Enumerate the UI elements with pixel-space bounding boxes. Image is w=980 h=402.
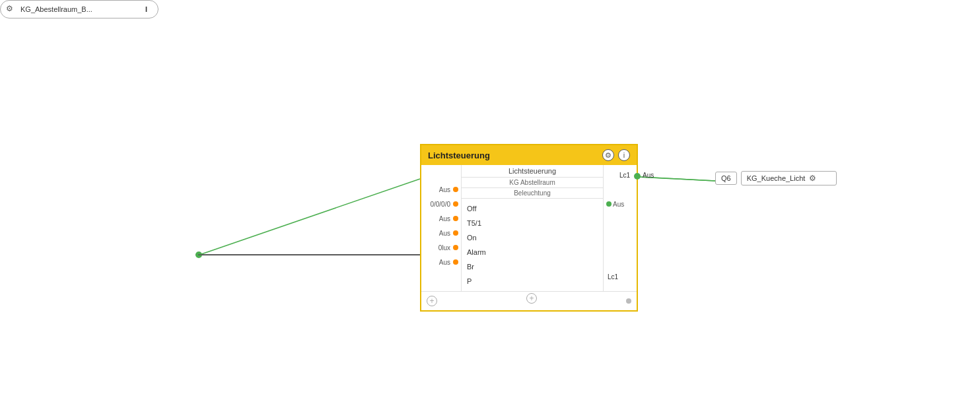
port-label-t51: T5/1 [467,219,481,227]
licht-bottom: + + [421,291,637,310]
q6-gear-icon[interactable]: ⚙ [809,174,816,183]
port-row-on: On [462,230,603,245]
svg-line-0 [199,179,420,255]
licht-header: Lichtsteuerung ⚙ i [421,145,637,165]
input-row-t51: 0/0/0/0 [421,197,461,211]
lichtsteuerung-block: Lichtsteuerung ⚙ i Aus 0/0/0/0 Aus Aus [420,144,638,312]
lc1-output-aus-label: Aus [643,172,654,179]
q6-node: Q6 KG_Kueche_Licht ⚙ [715,171,837,185]
licht-outputs: Aus Lc1 [604,165,637,291]
output-row-lc1-label: Lc1 [604,269,621,284]
licht-body: Aus 0/0/0/0 Aus Aus 0lux Aus [421,165,637,291]
input-port-t51[interactable] [453,201,458,207]
licht-header-icons: ⚙ i [602,149,630,161]
port-row-t51: T5/1 [462,216,603,230]
q6-label: Q6 [715,172,737,185]
input-label-aus3: Aus [439,230,452,237]
licht-center: Lichtsteuerung KG Abstellraum Beleuchtun… [461,165,604,291]
input-port-br[interactable] [453,245,458,250]
input-row-alarm: Aus [421,226,461,240]
input-port-alarm[interactable] [453,230,458,236]
input-port-off[interactable] [453,187,458,192]
output-row-lc1: Aus [604,197,624,211]
port-label-on: On [467,234,477,242]
input-node[interactable]: ⚙ KG_Abestellraum_B... I [0,0,158,18]
lc1-port-label: Lc1 [619,172,630,179]
output-label-aus: Aus [613,201,624,208]
input-label-aus2: Aus [439,215,452,222]
port-row-off: Off [462,201,603,216]
licht-location: KG Abstellraum [462,178,603,187]
port-label-br: Br [467,263,474,271]
input-row-on: Aus [421,211,461,226]
licht-gear-icon[interactable]: ⚙ [602,149,614,161]
input-label-aus4: Aus [439,259,452,266]
input-row-p: Aus [421,255,461,269]
output-lc1-label: Lc1 [608,273,618,281]
lc1-output-connector[interactable] [634,173,641,180]
input-row-br: 0lux [421,240,461,255]
input-node-type: I [140,5,153,13]
output-port-lc1[interactable] [606,201,612,207]
input-label-0lux: 0lux [438,244,452,251]
licht-info-icon[interactable]: i [618,149,630,161]
port-label-alarm: Alarm [467,248,486,256]
output-port-secondary [626,298,631,304]
licht-center-subtitle: Lichtsteuerung [462,165,603,178]
input-node-gear-icon[interactable]: ⚙ [6,4,17,15]
licht-title: Lichtsteuerung [428,151,490,160]
licht-inputs: Aus 0/0/0/0 Aus Aus 0lux Aus [421,165,461,291]
licht-sublocation: Beleuchtung [462,188,603,199]
input-node-output-connector[interactable] [195,251,202,258]
input-port-p[interactable] [453,259,458,265]
port-row-br: Br [462,259,603,274]
port-label-off: Off [467,205,476,213]
port-row-p: P [462,274,603,288]
add-output-port-button[interactable]: + [526,293,537,304]
input-label-aus1: Aus [439,186,452,193]
input-label-addr: 0/0/0/0 [430,201,452,208]
input-port-on[interactable] [453,216,458,221]
licht-port-labels: Off T5/1 On Alarm Br P [462,199,603,291]
port-label-p: P [467,277,472,285]
input-row-off: Aus [421,182,461,197]
q6-name-box: KG_Kueche_Licht ⚙ [741,171,837,185]
q6-name: KG_Kueche_Licht [747,174,806,182]
input-node-label: KG_Abestellraum_B... [20,5,140,13]
port-row-alarm: Alarm [462,245,603,259]
add-port-button[interactable]: + [427,296,437,306]
